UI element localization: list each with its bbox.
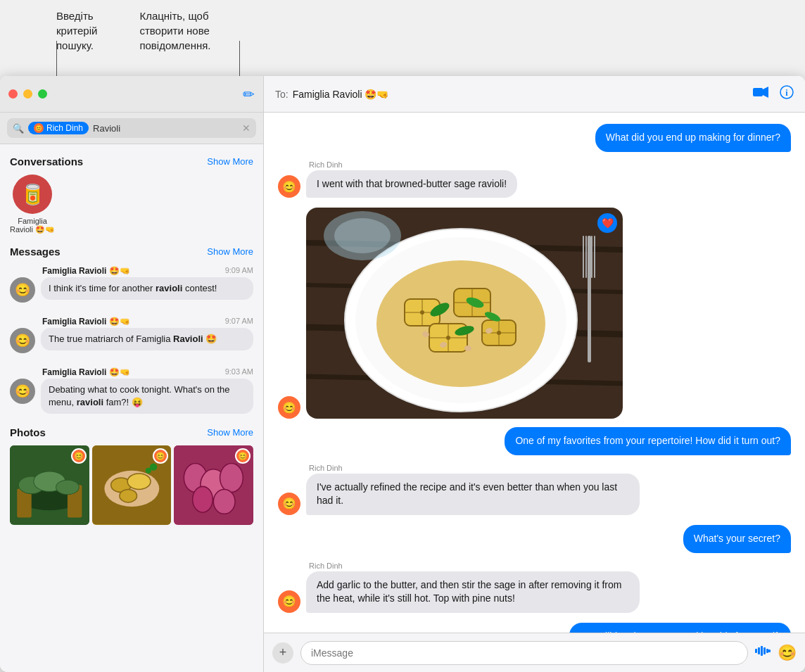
msg-avatar-1: 😊 bbox=[10, 277, 35, 303]
svg-marker-21 bbox=[763, 87, 768, 98]
svg-point-13 bbox=[145, 468, 151, 474]
photos-show-more[interactable]: Show More bbox=[207, 427, 253, 438]
list-item[interactable]: Famiglia Ravioli 🤩🤜 9:09 AM 😊 I think it… bbox=[7, 260, 256, 308]
sender-name-row-1: Rich Dinh 😊 I went with that browned-but… bbox=[278, 160, 791, 198]
chat-bubble-outgoing-3: What's your secret? bbox=[683, 525, 791, 553]
emoji-picker-icon[interactable]: 😊 bbox=[778, 644, 797, 662]
svg-point-47 bbox=[497, 331, 501, 335]
sender-name-row-2: Rich Dinh 😊 I've actually refined the re… bbox=[278, 464, 791, 515]
chat-msg-row-photo: 😊 bbox=[278, 208, 791, 419]
messages-show-more[interactable]: Show More bbox=[207, 246, 253, 257]
sender-name-row-3: Rich Dinh 😊 Add garlic to the butter, an… bbox=[278, 562, 791, 613]
conversations-show-more[interactable]: Show More bbox=[207, 156, 253, 167]
msg-group-2: Famiglia Ravioli 🤩🤜 bbox=[42, 317, 130, 327]
svg-rect-65 bbox=[758, 647, 760, 654]
chat-bubble-incoming-2: I've actually refined the recipe and it'… bbox=[306, 474, 640, 515]
chat-msg-row: Incredible. I have to try making this fo… bbox=[278, 623, 791, 633]
sender-name-3: Rich Dinh bbox=[309, 562, 791, 570]
conv-name-famiglia: FamigliaRavioli 🤩🤜 bbox=[10, 217, 55, 234]
chat-bubble-incoming-1: I went with that browned-butter sage rav… bbox=[306, 170, 517, 198]
msg-bubble-3: Debating what to cook tonight. What's on… bbox=[41, 379, 253, 414]
msg-avatar-3: 😊 bbox=[10, 379, 35, 404]
svg-rect-57 bbox=[583, 236, 584, 278]
chat-msg-row: 😊 Add garlic to the butter, and then sti… bbox=[278, 571, 791, 613]
photos-title: Photos bbox=[10, 426, 46, 438]
message-list: Famiglia Ravioli 🤩🤜 9:09 AM 😊 I think it… bbox=[0, 260, 263, 419]
chat-input-bar: + 😊 bbox=[264, 633, 805, 672]
svg-point-18 bbox=[193, 487, 213, 513]
photo-message[interactable]: ❤️ bbox=[306, 208, 623, 419]
annotation-text-1: Введіть критерій пошуку. bbox=[56, 8, 97, 53]
chat-bubble-incoming-3: Add garlic to the butter, and then stir … bbox=[306, 571, 640, 613]
msg-time-3: 9:03 AM bbox=[225, 367, 253, 377]
search-tag-avatar: 😊 bbox=[34, 123, 44, 133]
msg-time-1: 9:09 AM bbox=[225, 266, 253, 276]
svg-point-35 bbox=[420, 310, 424, 315]
msg-group-3: Famiglia Ravioli 🤩🤜 bbox=[42, 367, 130, 377]
chat-msg-row: 😊 I went with that browned-butter sage r… bbox=[278, 170, 791, 198]
svg-point-10 bbox=[127, 474, 151, 490]
titlebar: ✏ bbox=[0, 76, 263, 113]
app-window: ✏ 🔍 😊 Rich Dinh ✕ Conversations Show Mor… bbox=[0, 76, 805, 672]
conv-item-famiglia[interactable]: 🥫 FamigliaRavioli 🤩🤜 bbox=[10, 175, 55, 234]
chat-avatar-rich-photo: 😊 bbox=[278, 396, 300, 419]
video-call-icon[interactable] bbox=[753, 87, 768, 101]
chat-avatar-rich-2: 😊 bbox=[278, 493, 300, 515]
conv-avatar-famiglia: 🥫 bbox=[13, 175, 52, 214]
svg-point-6 bbox=[56, 481, 80, 495]
search-tag[interactable]: 😊 Rich Dinh bbox=[28, 122, 89, 134]
search-input[interactable] bbox=[93, 123, 238, 134]
info-icon[interactable]: i bbox=[780, 85, 794, 103]
chat-messages: What did you end up making for dinner? R… bbox=[264, 113, 805, 633]
msg-bubble-2: The true matriarch of Famiglia Ravioli 🤩 bbox=[41, 328, 253, 350]
annotation-line-1 bbox=[56, 41, 57, 76]
sidebar: ✏ 🔍 😊 Rich Dinh ✕ Conversations Show Mor… bbox=[0, 76, 264, 672]
svg-rect-61 bbox=[594, 236, 595, 278]
add-attachment-button[interactable]: + bbox=[272, 642, 293, 664]
chat-msg-row: What's your secret? bbox=[278, 525, 791, 553]
sidebar-content: Conversations Show More 🥫 FamigliaRaviol… bbox=[0, 144, 263, 672]
photo-thumb-3[interactable]: 😊 bbox=[174, 445, 253, 525]
photo-thumb-2[interactable]: 😊 bbox=[92, 445, 172, 525]
svg-rect-58 bbox=[585, 236, 587, 278]
chat-avatar-rich-3: 😊 bbox=[278, 590, 300, 613]
svg-rect-59 bbox=[588, 236, 590, 278]
svg-point-11 bbox=[120, 490, 137, 502]
chat-msg-row: 😊 I've actually refined the recipe and i… bbox=[278, 474, 791, 515]
svg-point-17 bbox=[220, 464, 243, 493]
annotation-line-2 bbox=[239, 41, 240, 76]
conversations-grid: 🥫 FamigliaRavioli 🤩🤜 bbox=[0, 170, 263, 241]
conversations-header: Conversations Show More bbox=[0, 151, 263, 170]
audio-record-icon[interactable] bbox=[755, 645, 771, 661]
chat-to-label: To: bbox=[275, 89, 289, 100]
search-clear-icon[interactable]: ✕ bbox=[242, 122, 251, 134]
svg-rect-66 bbox=[761, 646, 763, 656]
chat-bubble-outgoing-1: What did you end up making for dinner? bbox=[595, 124, 791, 152]
maximize-button[interactable] bbox=[38, 89, 47, 99]
compose-button[interactable]: ✏ bbox=[243, 86, 255, 103]
chat-msg-row: What did you end up making for dinner? bbox=[278, 124, 791, 152]
photos-grid: 😊 😊 bbox=[0, 441, 263, 532]
photo-thumb-1[interactable]: 😊 bbox=[10, 445, 89, 525]
messages-title: Messages bbox=[10, 246, 61, 258]
close-button[interactable] bbox=[8, 89, 18, 99]
minimize-button[interactable] bbox=[23, 89, 32, 99]
message-input[interactable] bbox=[300, 641, 748, 665]
photo-reaction: ❤️ bbox=[597, 213, 617, 233]
list-item[interactable]: Famiglia Ravioli 🤩🤜 9:03 AM 😊 Debating w… bbox=[7, 362, 256, 419]
chat-panel: To: Famiglia Ravioli 🤩🤜 i bbox=[264, 76, 805, 672]
svg-point-63 bbox=[334, 218, 391, 253]
chat-msg-row: One of my favorites from your repertoire… bbox=[278, 427, 791, 455]
sender-name-2: Rich Dinh bbox=[309, 464, 791, 472]
chat-recipient: Famiglia Ravioli 🤩🤜 bbox=[293, 89, 389, 100]
svg-point-19 bbox=[214, 490, 236, 514]
photo-avatar-1: 😊 bbox=[71, 448, 87, 464]
svg-rect-20 bbox=[753, 88, 763, 96]
search-icon: 🔍 bbox=[13, 123, 24, 134]
photos-header: Photos Show More bbox=[0, 422, 263, 441]
svg-rect-60 bbox=[591, 236, 592, 278]
msg-header-3: Famiglia Ravioli 🤩🤜 9:03 AM bbox=[10, 367, 253, 377]
messages-header: Messages Show More bbox=[0, 241, 263, 260]
list-item[interactable]: Famiglia Ravioli 🤩🤜 9:07 AM 😊 The true m… bbox=[7, 311, 256, 359]
svg-rect-67 bbox=[763, 647, 766, 654]
